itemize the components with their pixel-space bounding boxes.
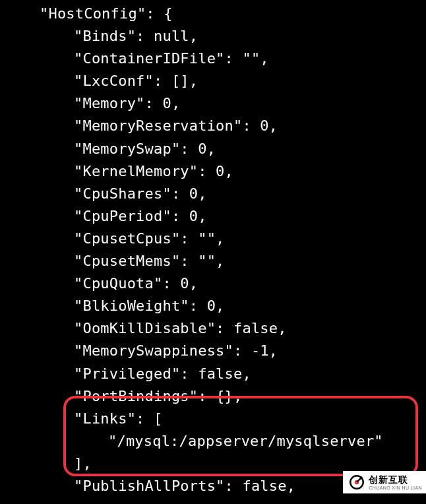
code-line: "MemorySwappiness": -1, — [0, 340, 426, 362]
watermark-logo-icon — [348, 474, 365, 491]
watermark-badge: 创新互联 CHUANG XIN HU LIAN — [343, 471, 426, 493]
watermark-text: 创新互联 CHUANG XIN HU LIAN — [369, 475, 422, 490]
code-line: "HostConfig": { — [0, 3, 426, 25]
code-line: "CpuPeriod": 0, — [0, 205, 426, 228]
watermark-cn: 创新互联 — [369, 475, 422, 484]
code-line: "Privileged": false, — [0, 363, 426, 385]
code-line: "OomKillDisable": false, — [0, 317, 426, 340]
code-line: "Links": [ — [0, 408, 426, 430]
code-line: "CpusetCpus": "", — [0, 228, 426, 250]
code-line: "/mysql:/appserver/mysqlserver" — [0, 430, 426, 453]
code-line: "CpusetMems": "", — [0, 250, 426, 272]
code-line: "LxcConf": [], — [0, 70, 426, 92]
code-line: "PortBindings": {}, — [0, 385, 426, 408]
code-line: "ContainerIDFile": "", — [0, 47, 426, 70]
code-line: "CpuQuota": 0, — [0, 272, 426, 295]
code-line: "BlkioWeight": 0, — [0, 295, 426, 317]
code-line: "KernelMemory": 0, — [0, 160, 426, 183]
watermark-en: CHUANG XIN HU LIAN — [369, 486, 422, 490]
code-line: "MemorySwap": 0, — [0, 138, 426, 160]
svg-line-2 — [357, 477, 362, 482]
code-line: "MemoryReservation": 0, — [0, 115, 426, 137]
code-line: "Memory": 0, — [0, 92, 426, 115]
code-block: "HostConfig": {"Binds": null,"ContainerI… — [0, 3, 426, 497]
code-line: "Binds": null, — [0, 25, 426, 47]
code-line: "CpuShares": 0, — [0, 183, 426, 205]
